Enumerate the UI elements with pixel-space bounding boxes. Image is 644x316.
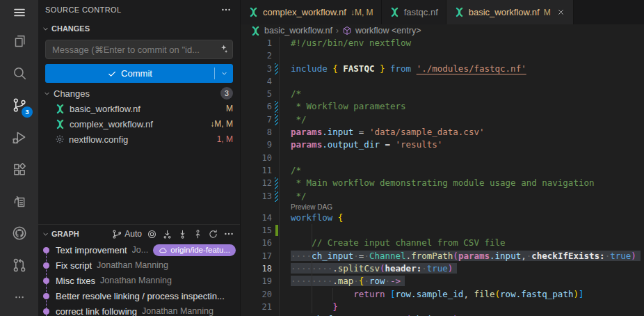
code-line-21[interactable]: 21 } bbox=[241, 301, 644, 313]
commit-dot bbox=[43, 278, 49, 284]
file-row[interactable]: basic_workflow.nfM bbox=[38, 101, 240, 116]
fetch-icon[interactable] bbox=[162, 229, 172, 239]
commit-author: Jo... bbox=[132, 245, 149, 255]
activity-debug-icon[interactable] bbox=[0, 121, 38, 153]
chevron-down-icon bbox=[41, 24, 50, 33]
code-line-16[interactable]: 16 // Create input channel from CSV file bbox=[241, 237, 644, 249]
commit-row[interactable]: Fix scriptJonathan Manning bbox=[38, 258, 240, 273]
commit-button[interactable]: Commit bbox=[45, 64, 233, 83]
breadcrumb-file[interactable]: basic_workflow.nf bbox=[264, 26, 332, 35]
graph-section: GRAPH Auto Text improvementJo...origin/i… bbox=[38, 224, 240, 316]
line-content: ch_fastqc = FASTQC(ch_input) bbox=[291, 313, 458, 316]
code-line-2[interactable]: 2 bbox=[241, 49, 644, 62]
line-number: 22 bbox=[241, 313, 272, 316]
commit-row[interactable]: Text improvementJo...origin/ide-featu... bbox=[38, 242, 240, 258]
push-icon[interactable] bbox=[193, 229, 203, 239]
code-line-7[interactable]: 7 */ bbox=[241, 113, 644, 126]
codelens-preview-dag[interactable]: Preview DAG bbox=[241, 203, 644, 212]
activity-more-icon[interactable] bbox=[0, 281, 38, 313]
git-modified-indicator bbox=[275, 191, 278, 202]
code-line-3[interactable]: 3include { FASTQC } from './modules/fast… bbox=[241, 63, 644, 75]
code-line-4[interactable]: 4 bbox=[241, 75, 644, 88]
more-icon[interactable] bbox=[223, 228, 234, 239]
code-line-19[interactable]: 19········.map·{·row·-> bbox=[241, 275, 644, 287]
tab-status: M bbox=[544, 8, 551, 17]
line-content: */ bbox=[291, 190, 307, 203]
changes-section-header[interactable]: CHANGES bbox=[38, 20, 240, 37]
line-content: params.output_dir = 'results' bbox=[291, 139, 442, 151]
changes-section-label: CHANGES bbox=[51, 24, 90, 33]
sidebar-more-icon[interactable] bbox=[220, 4, 232, 15]
line-number: 10 bbox=[241, 152, 272, 164]
line-content: ········.splitCsv(header:·true) bbox=[291, 262, 457, 275]
commit-button-label: Commit bbox=[121, 68, 152, 79]
commit-dot bbox=[43, 293, 49, 299]
file-name: nextflow.config bbox=[69, 134, 128, 145]
code-line-13[interactable]: 13 */ bbox=[241, 190, 644, 203]
code-line-11[interactable]: 11/* bbox=[241, 164, 644, 177]
code-line-1[interactable]: 1#!/usr/bin/env nextflow bbox=[241, 37, 644, 49]
line-number: 9 bbox=[241, 139, 272, 151]
code-line-5[interactable]: 5/* bbox=[241, 88, 644, 100]
activity-explorer-icon[interactable] bbox=[0, 25, 38, 57]
activity-search-icon[interactable] bbox=[0, 57, 38, 89]
line-number: 11 bbox=[241, 164, 272, 177]
commit-message: Better resolve linking / process inspect… bbox=[56, 291, 225, 301]
code-line-17[interactable]: 17····ch_input·=·Channel.fromPath(params… bbox=[241, 250, 644, 262]
tab-basic_workflow.nf[interactable]: basic_workflow.nfM bbox=[446, 0, 574, 24]
git-added-indicator bbox=[275, 225, 278, 236]
commit-graph-list: Text improvementJo...origin/ide-featu...… bbox=[38, 242, 240, 316]
commit-row[interactable]: Better resolve linking / process inspect… bbox=[38, 288, 240, 303]
code-line-10[interactable]: 10 bbox=[241, 152, 644, 164]
code-line-14[interactable]: 14workflow { bbox=[241, 212, 644, 224]
activity-github-icon[interactable] bbox=[0, 217, 38, 249]
nextflow-icon bbox=[248, 7, 259, 17]
code-line-15[interactable]: 15 bbox=[241, 224, 644, 237]
line-content: ····ch_input·=·Channel.fromPath(params.i… bbox=[291, 250, 641, 262]
branch-ref-pill[interactable]: origin/ide-featu... bbox=[153, 244, 236, 256]
gutter bbox=[272, 212, 291, 224]
graph-auto-toggle[interactable]: Auto bbox=[112, 229, 142, 239]
file-row[interactable]: nextflow.config1, M bbox=[38, 132, 240, 147]
close-icon[interactable] bbox=[556, 8, 565, 17]
breadcrumb: basic_workflow.nf › workflow <entry> bbox=[241, 24, 644, 37]
code-line-6[interactable]: 6 * Workflow parameters bbox=[241, 100, 644, 113]
activity-pull-request-icon[interactable] bbox=[0, 249, 38, 281]
commit-message-input[interactable] bbox=[45, 40, 233, 59]
file-name: complex_workflow.nf bbox=[70, 119, 153, 129]
scm-count-badge: 3 bbox=[22, 106, 33, 118]
commit-dropdown-chevron-icon[interactable] bbox=[215, 69, 233, 78]
code-editor[interactable]: 1#!/usr/bin/env nextflow23include { FAST… bbox=[241, 37, 644, 316]
commit-row[interactable]: correct link followingJonathan Manning bbox=[38, 303, 240, 316]
refresh-icon[interactable] bbox=[208, 229, 218, 239]
commit-author: Jonathan Manning bbox=[97, 260, 168, 270]
tab-complex_workflow.nf[interactable]: complex_workflow.nf↓M, M bbox=[241, 0, 382, 24]
line-content: #!/usr/bin/env nextflow bbox=[291, 37, 411, 49]
activity-menu-icon[interactable] bbox=[0, 0, 38, 25]
code-line-12[interactable]: 12 * Main workflow demonstrating module … bbox=[241, 177, 644, 189]
activity-references-icon[interactable] bbox=[0, 185, 38, 217]
gutter bbox=[272, 126, 291, 139]
gutter bbox=[272, 237, 291, 249]
code-line-8[interactable]: 8params.input = 'data/sample_data.csv' bbox=[241, 126, 644, 139]
file-row[interactable]: complex_workflow.nf↓M, M bbox=[38, 116, 240, 132]
line-content: return [row.sample_id, file(row.fastq_pa… bbox=[291, 288, 584, 301]
activity-source-control-icon[interactable]: 3 bbox=[0, 89, 38, 121]
code-line-22[interactable]: 22 ch_fastqc = FASTQC(ch_input) bbox=[241, 313, 644, 316]
graph-section-header[interactable]: GRAPH Auto bbox=[38, 226, 240, 242]
gutter bbox=[272, 63, 291, 75]
commit-row[interactable]: Misc fixesJonathan Manning bbox=[38, 273, 240, 288]
line-number: 5 bbox=[241, 88, 272, 100]
tab-fastqc.nf[interactable]: fastqc.nf bbox=[382, 0, 446, 24]
code-line-9[interactable]: 9params.output_dir = 'results' bbox=[241, 139, 644, 151]
code-line-20[interactable]: 20 return [row.sample_id, file(row.fastq… bbox=[241, 288, 644, 301]
source-control-sidebar: SOURCE CONTROL CHANGES Commit Changes 3 … bbox=[38, 0, 240, 316]
activity-bar: 3 bbox=[0, 0, 38, 316]
breadcrumb-symbol[interactable]: workflow <entry> bbox=[355, 26, 421, 35]
target-icon[interactable] bbox=[147, 229, 157, 239]
pull-icon[interactable] bbox=[177, 229, 188, 239]
changes-tree-header[interactable]: Changes 3 bbox=[38, 86, 240, 101]
sparkle-icon[interactable] bbox=[218, 44, 228, 54]
activity-extensions-icon[interactable] bbox=[0, 153, 38, 185]
code-line-18[interactable]: 18········.splitCsv(header:·true) bbox=[241, 262, 644, 275]
